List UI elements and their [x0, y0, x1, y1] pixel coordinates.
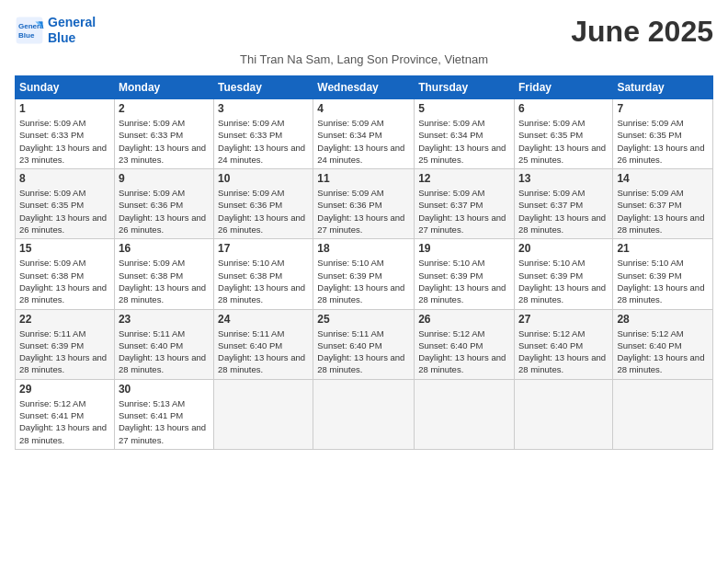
- daylight-label: Daylight: 13 hours and 24 minutes.: [218, 143, 305, 165]
- day-info: Sunrise: 5:09 AM Sunset: 6:35 PM Dayligh…: [518, 117, 609, 166]
- logo: General Blue General Blue: [15, 15, 96, 46]
- day-number: 11: [317, 172, 410, 185]
- sunrise-label: Sunrise: 5:09 AM: [119, 188, 185, 198]
- daylight-label: Daylight: 13 hours and 28 minutes.: [418, 282, 506, 304]
- calendar-day-cell: 30 Sunrise: 5:13 AM Sunset: 6:41 PM Dayl…: [114, 379, 213, 449]
- daylight-label: Daylight: 13 hours and 28 minutes.: [518, 213, 606, 235]
- day-info: Sunrise: 5:09 AM Sunset: 6:37 PM Dayligh…: [617, 187, 709, 236]
- calendar-day-cell: 4 Sunrise: 5:09 AM Sunset: 6:34 PM Dayli…: [313, 99, 415, 169]
- weekday-header-cell: Saturday: [613, 76, 713, 99]
- sunset-label: Sunset: 6:35 PM: [518, 130, 583, 140]
- day-number: 4: [317, 102, 410, 115]
- calendar-day-cell: 12 Sunrise: 5:09 AM Sunset: 6:37 PM Dayl…: [415, 169, 515, 239]
- sunset-label: Sunset: 6:40 PM: [218, 340, 282, 350]
- daylight-label: Daylight: 13 hours and 27 minutes.: [418, 213, 506, 235]
- calendar-day-cell: 10 Sunrise: 5:09 AM Sunset: 6:36 PM Dayl…: [214, 169, 313, 239]
- sunset-label: Sunset: 6:35 PM: [617, 130, 681, 140]
- calendar-day-cell: 14 Sunrise: 5:09 AM Sunset: 6:37 PM Dayl…: [613, 169, 713, 239]
- day-info: Sunrise: 5:09 AM Sunset: 6:36 PM Dayligh…: [119, 187, 210, 236]
- day-info: Sunrise: 5:09 AM Sunset: 6:38 PM Dayligh…: [19, 257, 110, 305]
- sunset-label: Sunset: 6:35 PM: [19, 200, 84, 210]
- day-info: Sunrise: 5:10 AM Sunset: 6:39 PM Dayligh…: [418, 257, 510, 305]
- day-number: 5: [418, 102, 510, 115]
- daylight-label: Daylight: 13 hours and 27 minutes.: [317, 213, 404, 235]
- calendar-day-cell: 3 Sunrise: 5:09 AM Sunset: 6:33 PM Dayli…: [214, 99, 313, 169]
- page-header: General Blue General Blue June 2025: [15, 15, 713, 49]
- day-number: 19: [418, 242, 510, 255]
- daylight-label: Daylight: 13 hours and 26 minutes.: [218, 213, 305, 235]
- calendar-day-cell: 17 Sunrise: 5:10 AM Sunset: 6:38 PM Dayl…: [214, 239, 313, 309]
- day-info: Sunrise: 5:10 AM Sunset: 6:39 PM Dayligh…: [617, 257, 709, 305]
- day-number: 16: [119, 242, 210, 255]
- sunrise-label: Sunrise: 5:09 AM: [19, 188, 85, 198]
- day-info: Sunrise: 5:12 AM Sunset: 6:41 PM Dayligh…: [19, 397, 110, 446]
- calendar-day-cell: 21 Sunrise: 5:10 AM Sunset: 6:39 PM Dayl…: [613, 239, 713, 309]
- sunset-label: Sunset: 6:40 PM: [317, 340, 381, 350]
- logo-icon: General Blue: [15, 16, 44, 45]
- calendar-day-cell: 19 Sunrise: 5:10 AM Sunset: 6:39 PM Dayl…: [415, 239, 515, 309]
- daylight-label: Daylight: 13 hours and 28 minutes.: [19, 422, 107, 444]
- daylight-label: Daylight: 13 hours and 25 minutes.: [518, 143, 606, 165]
- daylight-label: Daylight: 13 hours and 28 minutes.: [218, 282, 305, 304]
- sunrise-label: Sunrise: 5:09 AM: [19, 258, 85, 268]
- daylight-label: Daylight: 13 hours and 24 minutes.: [317, 143, 404, 165]
- sunset-label: Sunset: 6:39 PM: [617, 270, 681, 281]
- calendar-day-cell: 11 Sunrise: 5:09 AM Sunset: 6:36 PM Dayl…: [313, 169, 415, 239]
- logo-text: General Blue: [48, 15, 96, 46]
- day-number: 8: [19, 172, 110, 185]
- sunset-label: Sunset: 6:37 PM: [518, 200, 583, 210]
- day-number: 24: [218, 313, 309, 326]
- calendar-day-cell: 13 Sunrise: 5:09 AM Sunset: 6:37 PM Dayl…: [514, 169, 612, 239]
- day-info: Sunrise: 5:10 AM Sunset: 6:39 PM Dayligh…: [317, 257, 410, 305]
- daylight-label: Daylight: 13 hours and 26 minutes.: [617, 143, 704, 165]
- sunset-label: Sunset: 6:41 PM: [119, 410, 183, 420]
- calendar-day-cell: 7 Sunrise: 5:09 AM Sunset: 6:35 PM Dayli…: [613, 99, 713, 169]
- day-number: 30: [119, 383, 210, 396]
- sunrise-label: Sunrise: 5:09 AM: [418, 188, 484, 198]
- sunrise-label: Sunrise: 5:10 AM: [218, 258, 284, 268]
- daylight-label: Daylight: 13 hours and 26 minutes.: [19, 213, 107, 235]
- weekday-header-cell: Tuesday: [214, 76, 313, 99]
- calendar-day-cell: [514, 379, 612, 449]
- daylight-label: Daylight: 13 hours and 28 minutes.: [617, 282, 704, 304]
- calendar-day-cell: [415, 379, 515, 449]
- day-number: 2: [119, 102, 210, 115]
- sunrise-label: Sunrise: 5:11 AM: [19, 328, 85, 339]
- daylight-label: Daylight: 13 hours and 28 minutes.: [317, 282, 404, 304]
- calendar-day-cell: [214, 379, 313, 449]
- weekday-header-cell: Sunday: [16, 76, 115, 99]
- calendar-day-cell: 1 Sunrise: 5:09 AM Sunset: 6:33 PM Dayli…: [16, 99, 115, 169]
- sunrise-label: Sunrise: 5:13 AM: [119, 398, 185, 408]
- sunrise-label: Sunrise: 5:09 AM: [617, 118, 683, 128]
- day-info: Sunrise: 5:09 AM Sunset: 6:35 PM Dayligh…: [19, 187, 110, 236]
- day-info: Sunrise: 5:09 AM Sunset: 6:34 PM Dayligh…: [317, 117, 410, 166]
- day-number: 25: [317, 313, 410, 326]
- calendar-day-cell: 24 Sunrise: 5:11 AM Sunset: 6:40 PM Dayl…: [214, 309, 313, 379]
- daylight-label: Daylight: 13 hours and 28 minutes.: [317, 352, 404, 374]
- sunrise-label: Sunrise: 5:11 AM: [218, 328, 284, 339]
- sunset-label: Sunset: 6:36 PM: [119, 200, 183, 210]
- calendar-day-cell: 18 Sunrise: 5:10 AM Sunset: 6:39 PM Dayl…: [313, 239, 415, 309]
- sunset-label: Sunset: 6:40 PM: [518, 340, 583, 350]
- day-info: Sunrise: 5:09 AM Sunset: 6:34 PM Dayligh…: [418, 117, 510, 166]
- day-info: Sunrise: 5:09 AM Sunset: 6:36 PM Dayligh…: [218, 187, 309, 236]
- sunrise-label: Sunrise: 5:10 AM: [617, 258, 683, 268]
- sunrise-label: Sunrise: 5:09 AM: [317, 118, 383, 128]
- sunrise-label: Sunrise: 5:10 AM: [317, 258, 383, 268]
- sunrise-label: Sunrise: 5:11 AM: [317, 328, 383, 339]
- sunrise-label: Sunrise: 5:09 AM: [19, 118, 85, 128]
- sunset-label: Sunset: 6:39 PM: [317, 270, 381, 281]
- day-number: 22: [19, 313, 110, 326]
- day-number: 26: [418, 313, 510, 326]
- sunset-label: Sunset: 6:34 PM: [317, 130, 381, 140]
- day-info: Sunrise: 5:11 AM Sunset: 6:40 PM Dayligh…: [317, 327, 410, 376]
- calendar-day-cell: 22 Sunrise: 5:11 AM Sunset: 6:39 PM Dayl…: [16, 309, 115, 379]
- calendar-week-row: 15 Sunrise: 5:09 AM Sunset: 6:38 PM Dayl…: [16, 239, 713, 309]
- day-info: Sunrise: 5:12 AM Sunset: 6:40 PM Dayligh…: [518, 327, 609, 376]
- day-number: 27: [518, 313, 609, 326]
- day-number: 12: [418, 172, 510, 185]
- weekday-header-cell: Thursday: [415, 76, 515, 99]
- sunset-label: Sunset: 6:33 PM: [119, 130, 183, 140]
- daylight-label: Daylight: 13 hours and 28 minutes.: [19, 282, 107, 304]
- sunset-label: Sunset: 6:38 PM: [218, 270, 282, 281]
